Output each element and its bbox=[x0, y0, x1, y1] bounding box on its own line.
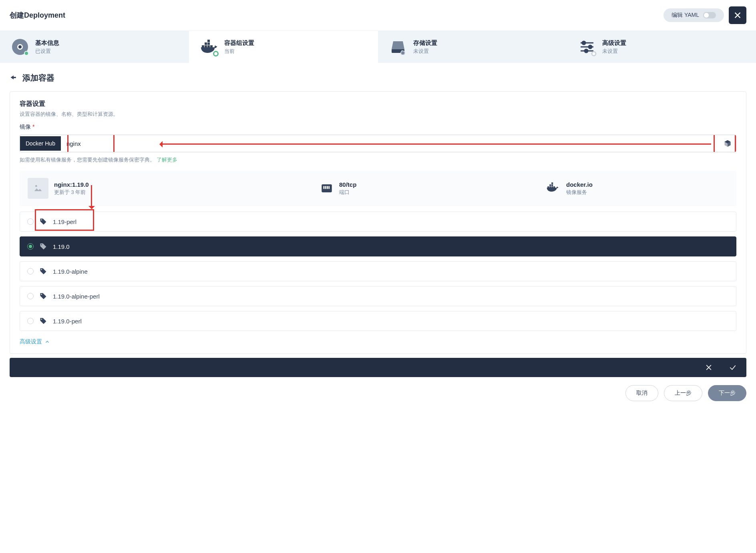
svg-point-29 bbox=[41, 269, 42, 270]
tag-label: 1.19.0 bbox=[53, 243, 70, 250]
svg-point-30 bbox=[41, 294, 42, 295]
svg-rect-6 bbox=[207, 40, 210, 42]
registry-value: docker.io bbox=[566, 181, 593, 188]
svg-rect-4 bbox=[205, 42, 207, 45]
tag-label: 1.19.0-alpine bbox=[53, 268, 88, 275]
radio-icon bbox=[27, 243, 34, 250]
svg-point-9 bbox=[401, 51, 405, 55]
svg-rect-5 bbox=[207, 42, 210, 45]
registry-label: 镜像服务 bbox=[566, 189, 593, 196]
svg-point-27 bbox=[41, 220, 42, 221]
step-advanced-settings[interactable]: 高级设置 未设置 bbox=[567, 31, 756, 63]
image-label: 镜像* bbox=[20, 123, 736, 131]
port-icon bbox=[320, 182, 334, 195]
footer: 取消 上一步 下一步 CSDN @kuangxiang_panpan bbox=[0, 377, 756, 409]
step-status: 已设置 bbox=[35, 48, 59, 55]
svg-point-31 bbox=[41, 319, 42, 320]
step-storage-settings[interactable]: 存储设置 未设置 bbox=[378, 31, 567, 63]
close-button[interactable] bbox=[729, 6, 746, 24]
section-title: 添加容器 bbox=[22, 73, 54, 83]
tag-icon bbox=[39, 242, 47, 250]
step-title: 基本信息 bbox=[35, 39, 59, 47]
learn-more-link[interactable]: 了解更多 bbox=[157, 157, 177, 163]
svg-rect-17 bbox=[325, 186, 326, 189]
step-container-settings[interactable]: 容器组设置 当前 bbox=[189, 31, 378, 63]
advanced-settings-link[interactable]: 高级设置 bbox=[20, 338, 736, 345]
next-button[interactable]: 下一步 bbox=[708, 385, 746, 401]
confirm-icon[interactable] bbox=[729, 363, 737, 371]
tag-label: 1.19.0-alpine-perl bbox=[53, 293, 100, 300]
yaml-toggle[interactable] bbox=[703, 12, 716, 18]
annotation-arrow bbox=[91, 185, 92, 208]
tag-icon bbox=[39, 292, 47, 300]
chevron-up-icon bbox=[44, 339, 50, 345]
port-label: 端口 bbox=[339, 189, 356, 196]
tag-icon bbox=[39, 267, 47, 275]
container-card: 容器设置 设置容器的镜像、名称、类型和计算资源。 镜像* Docker Hub … bbox=[10, 91, 746, 354]
radio-icon bbox=[27, 318, 34, 324]
dismiss-icon[interactable] bbox=[705, 363, 713, 371]
hint-text: 如需使用私有镜像服务，您需要先创建镜像服务保密字典。 了解更多 bbox=[20, 156, 736, 163]
svg-rect-19 bbox=[328, 186, 330, 189]
step-status: 未设置 bbox=[413, 48, 437, 55]
step-status: 未设置 bbox=[602, 48, 626, 55]
svg-point-28 bbox=[41, 244, 42, 246]
annotation-arrow bbox=[160, 143, 711, 145]
tag-list: 1.19-perl 1.19.0 1.19.0-alpine 1.19.0-al… bbox=[20, 212, 736, 331]
svg-point-10 bbox=[582, 41, 585, 44]
image-info-panel: nginx:1.19.0 更新于 3 年前 80/tcp 端口 docker.i… bbox=[20, 171, 736, 206]
svg-point-13 bbox=[592, 52, 596, 56]
page-header: 创建Deployment 编辑 YAML bbox=[0, 0, 756, 31]
page-title: 创建Deployment bbox=[10, 10, 65, 20]
radio-icon bbox=[27, 293, 34, 299]
card-desc: 设置容器的镜像、名称、类型和计算资源。 bbox=[20, 111, 736, 118]
edit-yaml-button[interactable]: 编辑 YAML bbox=[664, 8, 724, 22]
tag-option[interactable]: 1.19.0-perl bbox=[20, 311, 736, 331]
registry-icon bbox=[546, 182, 561, 194]
step-title: 存储设置 bbox=[413, 39, 437, 47]
svg-rect-18 bbox=[327, 186, 328, 189]
tag-option[interactable]: 1.19-perl bbox=[20, 212, 736, 232]
image-updated: 更新于 3 年前 bbox=[54, 189, 89, 196]
tag-option[interactable]: 1.19.0-alpine bbox=[20, 261, 736, 281]
close-icon bbox=[733, 11, 742, 20]
image-thumb-icon bbox=[28, 178, 48, 199]
tag-option[interactable]: 1.19.0 bbox=[20, 236, 736, 256]
step-nav: 基本信息 已设置 容器组设置 当前 存储设置 未设置 高级设置 未设置 bbox=[0, 31, 756, 63]
svg-rect-16 bbox=[324, 186, 325, 189]
radio-icon bbox=[27, 268, 34, 274]
step-basic-info[interactable]: 基本信息 已设置 bbox=[0, 31, 189, 63]
tag-icon bbox=[39, 218, 47, 226]
step-title: 高级设置 bbox=[602, 39, 626, 47]
registry-badge[interactable]: Docker Hub bbox=[20, 136, 61, 151]
image-picker-button[interactable] bbox=[719, 135, 736, 152]
radio-icon bbox=[27, 218, 34, 225]
svg-point-11 bbox=[589, 45, 592, 48]
card-title: 容器设置 bbox=[20, 100, 736, 108]
back-arrow-icon[interactable] bbox=[10, 74, 18, 82]
cancel-button[interactable]: 取消 bbox=[625, 385, 658, 401]
svg-point-14 bbox=[35, 185, 37, 187]
image-name: nginx:1.19.0 bbox=[54, 181, 89, 188]
svg-rect-26 bbox=[551, 182, 553, 184]
unset-ring-icon bbox=[591, 51, 597, 57]
section-header: 添加容器 bbox=[0, 63, 756, 88]
svg-rect-24 bbox=[549, 184, 551, 186]
step-title: 容器组设置 bbox=[224, 39, 254, 47]
done-dot-icon bbox=[24, 51, 29, 56]
tag-icon bbox=[39, 317, 47, 325]
tag-option[interactable]: 1.19.0-alpine-perl bbox=[20, 286, 736, 306]
svg-rect-25 bbox=[551, 184, 553, 186]
svg-point-12 bbox=[585, 49, 588, 52]
tag-label: 1.19-perl bbox=[53, 218, 76, 225]
step-status: 当前 bbox=[224, 48, 254, 55]
prev-button[interactable]: 上一步 bbox=[664, 385, 702, 401]
current-ring-icon bbox=[213, 51, 219, 57]
cube-icon bbox=[724, 139, 732, 147]
edit-yaml-label: 编辑 YAML bbox=[672, 12, 699, 19]
storage-icon bbox=[390, 39, 406, 55]
port-value: 80/tcp bbox=[339, 181, 356, 188]
image-input-row: Docker Hub bbox=[20, 135, 736, 152]
action-bar bbox=[10, 358, 746, 377]
tag-label: 1.19.0-perl bbox=[53, 318, 82, 325]
